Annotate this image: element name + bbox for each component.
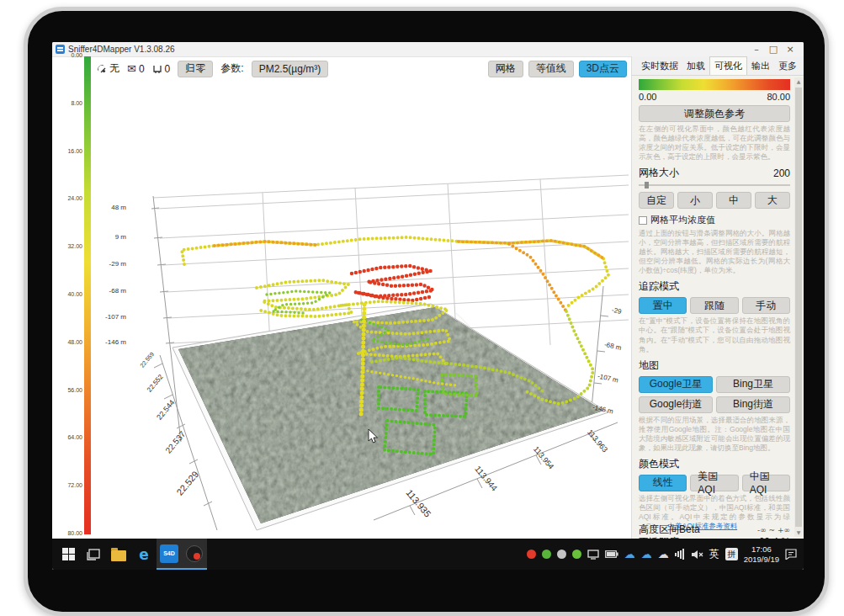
minimize-button[interactable]: – [750,44,763,55]
clock-time: 17:06 [744,544,779,555]
ime-icon[interactable]: 拼 [725,548,738,560]
task-view-button[interactable] [81,539,106,570]
map-google-satellite-button[interactable]: Google卫星 [639,376,713,393]
height-range-row: 高度区间Beta -∞ ~ +∞ [639,523,790,537]
panel-content: 0.00 80.00 调整颜色参考 在左侧的可视化界面中，颜色越红代表浓度越高，… [632,76,804,539]
height-range-label: 高度区间Beta [639,523,700,537]
z-tick-label: 48 m [86,204,126,211]
map-bing-street-button[interactable]: Bing街道 [716,396,790,413]
grid-help-text: 通过上面的按钮与滑条调整网格的大小。网格越小，空间分辨率越高，但扫描区域所需要的… [639,229,790,275]
map-help-text: 根据不同的应用场景，选择最适合的地图来源，推荐使用Google地图。注：Goog… [639,416,790,453]
windows-logo-icon [62,548,75,560]
grid-size-large-button[interactable]: 大 [755,192,790,209]
grid-average-row: 网格平均浓度值 [639,214,790,226]
tab-output[interactable]: 输出 [747,57,774,75]
utility-icon[interactable] [557,550,566,559]
start-button[interactable] [56,539,81,570]
close-button[interactable]: × [783,44,797,55]
map-bing-satellite-button[interactable]: Bing卫星 [716,376,790,393]
map-google-street-button[interactable]: Google街道 [639,396,713,413]
grid-size-value: 200 [773,167,790,179]
tab-realtime-data[interactable]: 实时数据 [637,57,682,75]
color-mode-cnaqi-button[interactable]: 中国AQI [742,475,790,491]
color-mode-buttons: 线性 美国AQI 中国AQI [639,475,790,491]
taskbar-clock[interactable]: 17:06 2019/9/19 [744,544,779,565]
tab-more[interactable]: 更多 [774,57,801,75]
s4d-app-icon: S4D [160,544,178,563]
grid-average-checkbox[interactable] [639,216,647,225]
grid-size-label: 网格大小 [639,166,679,180]
action-center-icon[interactable] [785,549,797,560]
tracking-manual-button[interactable]: 手动 [742,297,790,314]
grid-size-presets: 自定 小 中 大 [639,192,790,209]
color-help-text: 在左侧的可视化界面中，颜色越红代表浓度越高，颜色越绿代表浓度越低，可在此调整颜色… [639,125,790,162]
volume-muted-icon[interactable] [691,550,703,560]
color-scale-range: 0.00 80.00 [639,92,790,102]
recorder-app-button[interactable] [182,539,207,570]
grid-size-slider[interactable] [639,182,790,189]
map-source-label: 地图 [639,358,659,373]
cloud-drive-icon[interactable]: ☁ [641,549,652,560]
battery-icon[interactable] [605,550,618,558]
scale-min: 0.00 [639,92,656,102]
tracking-mode-label: 追踪模式 [639,279,679,294]
scrollbar-thumb[interactable] [795,88,802,527]
recorder-icon [186,545,203,562]
z-tick-label: -68 m [86,287,126,295]
stage: Sniffer4DMapper V1.3.08.26 – □ × 无 ✉ 0 0… [0,0,844,616]
plot-3d[interactable] [52,56,631,539]
tracking-mode-buttons: 置中 跟随 手动 [639,297,790,314]
window-title: Sniffer4DMapper V1.3.08.26 [68,45,175,54]
z-tick-label: -107 m [86,313,126,321]
grid-average-label: 网格平均浓度值 [650,214,715,226]
z-tick-label: 9 m [86,233,126,241]
color-mode-label: 颜色模式 [639,457,679,471]
scale-max: 80.00 [767,92,790,102]
panel-menu: 实时数据 加载 可视化 输出 更多 [632,56,804,76]
tab-load[interactable]: 加载 [682,57,709,75]
screen: Sniffer4DMapper V1.3.08.26 – □ × 无 ✉ 0 0… [52,42,804,570]
grid-size-custom-button[interactable]: 自定 [639,192,674,209]
sniffer4d-app-button[interactable]: S4D [157,539,182,570]
task-view-icon [87,549,100,560]
height-range-value: -∞ ~ +∞ [757,526,790,534]
edge-icon: e [139,546,149,563]
window-titlebar: Sniffer4DMapper V1.3.08.26 – □ × [52,42,804,57]
network-signal-icon[interactable] [675,549,685,560]
tracking-follow-button[interactable]: 跟随 [690,297,738,314]
edge-browser-button[interactable]: e [131,539,157,570]
grid-size-medium-button[interactable]: 中 [716,192,751,209]
file-explorer-button[interactable] [106,539,131,570]
adjust-color-button[interactable]: 调整颜色参考 [639,105,790,122]
recording-indicator-icon[interactable] [527,550,536,559]
color-mode-usaqi-button[interactable]: 美国AQI [690,475,738,491]
color-mode-linear-button[interactable]: 线性 [639,475,687,491]
grid-size-slider-handle[interactable] [645,182,649,189]
panel-scrollbar[interactable]: ▲ ▼ [794,77,803,537]
window-controls: – □ × [750,44,797,55]
language-indicator[interactable]: 英 [709,547,719,561]
windows-taskbar: e S4D ☁ ☁ ☁ 英 拼 [52,539,804,570]
tracking-help-text: 在"置中"模式下，设备位置将保持在地图视角的中心。在"跟随"模式下，设备位置会处… [639,316,790,353]
color-scale-bar [639,79,790,90]
system-tray: ☁ ☁ ☁ 英 拼 17:06 2019/9/19 [527,544,800,565]
messenger-icon[interactable] [572,550,581,559]
z-tick-label: -146 m [86,338,126,346]
tab-visualization[interactable]: 可视化 [709,56,747,75]
antivirus-icon[interactable] [542,550,551,559]
grid-size-small-button[interactable]: 小 [677,192,713,209]
display-icon[interactable] [587,550,599,560]
onedrive-icon[interactable]: ☁ [658,549,669,560]
map-source-buttons: Google卫星 Bing卫星 Google街道 Bing街道 [639,376,790,413]
clock-date: 2019/9/19 [744,555,779,565]
tablet-device: Sniffer4DMapper V1.3.08.26 – □ × 无 ✉ 0 0… [24,7,829,616]
maximize-button[interactable]: □ [767,44,780,55]
scroll-down-icon[interactable]: ▼ [794,528,803,537]
cloud-sync-icon[interactable]: ☁ [624,549,635,560]
settings-panel: 实时数据 加载 可视化 输出 更多 0.00 80.00 调整颜色参考 在左侧的… [631,56,804,539]
tracking-center-button[interactable]: 置中 [639,297,687,314]
z-tick-label: -29 m [86,260,126,268]
folder-icon [111,550,126,561]
scroll-up-icon[interactable]: ▲ [794,77,803,86]
